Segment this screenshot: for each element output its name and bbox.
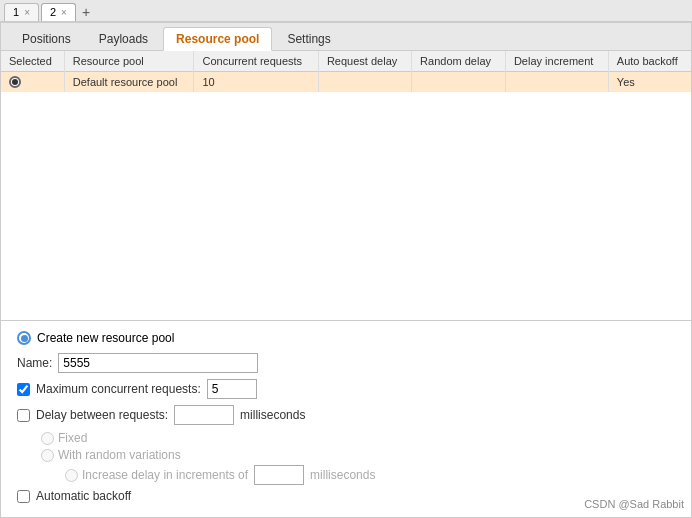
name-input[interactable] — [58, 353, 258, 373]
increment-radio[interactable] — [65, 469, 78, 482]
resource-pool-table: Selected Resource pool Concurrent reques… — [1, 51, 691, 92]
tab-2-label: 2 — [50, 6, 56, 18]
fixed-label: Fixed — [58, 431, 87, 445]
random-option[interactable]: With random variations — [41, 448, 675, 462]
max-concurrent-input[interactable] — [207, 379, 257, 399]
tab-settings[interactable]: Settings — [274, 27, 343, 50]
tab-2-close[interactable]: × — [61, 7, 67, 18]
create-pool-label: Create new resource pool — [37, 331, 174, 345]
cell-random-delay — [412, 72, 506, 93]
cell-delay-increment — [505, 72, 608, 93]
tab-payloads[interactable]: Payloads — [86, 27, 161, 50]
delay-checkbox[interactable] — [17, 409, 30, 422]
milliseconds-label: milliseconds — [240, 408, 305, 422]
nav-tabs: Positions Payloads Resource pool Setting… — [1, 23, 691, 51]
col-delay-increment: Delay increment — [505, 51, 608, 72]
cell-selected[interactable] — [1, 72, 64, 93]
col-random-delay: Random delay — [412, 51, 506, 72]
main-content: Positions Payloads Resource pool Setting… — [0, 22, 692, 518]
increment-ms-label: milliseconds — [310, 468, 375, 482]
cell-concurrent: 10 — [194, 72, 318, 93]
max-concurrent-checkbox[interactable] — [17, 383, 30, 396]
name-row: Name: — [17, 353, 675, 373]
col-request-delay: Request delay — [318, 51, 411, 72]
table-header-row: Selected Resource pool Concurrent reques… — [1, 51, 691, 72]
row-radio[interactable] — [9, 76, 21, 88]
table-row[interactable]: Default resource pool 10 Yes — [1, 72, 691, 93]
cell-request-delay — [318, 72, 411, 93]
auto-backoff-label: Automatic backoff — [36, 489, 131, 503]
delay-row: Delay between requests: milliseconds — [17, 405, 675, 425]
create-pool-radio[interactable] — [17, 331, 31, 345]
max-concurrent-label: Maximum concurrent requests: — [36, 382, 201, 396]
tab-2[interactable]: 2 × — [41, 3, 76, 21]
name-label: Name: — [17, 356, 52, 370]
fixed-option[interactable]: Fixed — [41, 431, 675, 445]
col-selected: Selected — [1, 51, 64, 72]
tab-positions[interactable]: Positions — [9, 27, 84, 50]
increment-label: Increase delay in increments of — [82, 468, 248, 482]
create-pool-row: Create new resource pool — [17, 331, 675, 345]
resource-pool-table-area: Selected Resource pool Concurrent reques… — [1, 51, 691, 321]
col-auto-backoff: Auto backoff — [608, 51, 691, 72]
top-tab-bar: 1 × 2 × + — [0, 0, 692, 22]
tab-1[interactable]: 1 × — [4, 3, 39, 21]
auto-backoff-row: Automatic backoff — [17, 489, 675, 503]
cell-resource-pool: Default resource pool — [64, 72, 194, 93]
delay-input[interactable] — [174, 405, 234, 425]
max-concurrent-row: Maximum concurrent requests: — [17, 379, 675, 399]
delay-label: Delay between requests: — [36, 408, 168, 422]
auto-backoff-checkbox[interactable] — [17, 490, 30, 503]
add-tab-button[interactable]: + — [78, 4, 94, 20]
increment-row: Increase delay in increments of millisec… — [65, 465, 675, 485]
increment-input[interactable] — [254, 465, 304, 485]
fixed-radio[interactable] — [41, 432, 54, 445]
form-area: Create new resource pool Name: Maximum c… — [1, 321, 691, 517]
random-label: With random variations — [58, 448, 181, 462]
tab-1-label: 1 — [13, 6, 19, 18]
cell-auto-backoff: Yes — [608, 72, 691, 93]
col-resource-pool: Resource pool — [64, 51, 194, 72]
random-radio[interactable] — [41, 449, 54, 462]
watermark: CSDN @Sad Rabbit — [584, 498, 684, 510]
radio-group: Fixed With random variations Increase de… — [41, 431, 675, 485]
col-concurrent: Concurrent requests — [194, 51, 318, 72]
tab-resource-pool[interactable]: Resource pool — [163, 27, 272, 51]
tab-1-close[interactable]: × — [24, 7, 30, 18]
